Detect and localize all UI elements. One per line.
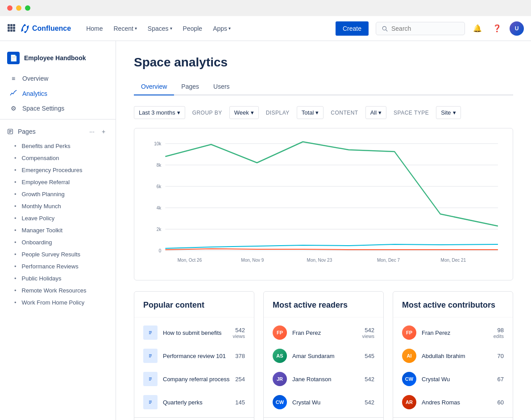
svg-rect-5 (13, 27, 15, 29)
sidebar-page-item[interactable]: Compensation (0, 152, 116, 164)
tab-users[interactable]: Users (206, 78, 237, 95)
sidebar-page-item[interactable]: Employee Referral (0, 176, 116, 188)
sidebar-page-item[interactable]: Manager Toolkit (0, 224, 116, 236)
main-content: Space analytics Overview Pages Users Las… (116, 41, 531, 420)
content-item-count: 145 (235, 399, 245, 406)
pages-menu-button[interactable]: ··· (87, 127, 97, 136)
sidebar-page-item[interactable]: People Survey Results (0, 248, 116, 260)
pages-header[interactable]: Pages ··· + (0, 123, 116, 140)
active-readers-view-all[interactable]: View all (264, 417, 383, 420)
active-contributors-view-all[interactable]: View all (393, 417, 513, 420)
svg-text:0: 0 (159, 248, 162, 254)
svg-text:10k: 10k (154, 141, 162, 147)
contributor-avatar: CW (402, 372, 416, 386)
overview-icon: ≡ (9, 75, 18, 82)
sidebar-page-item[interactable]: Emergency Procedures (0, 164, 116, 176)
space-title: Employee Handbook (24, 54, 86, 62)
sidebar-page-item[interactable]: Growth Planning (0, 188, 116, 200)
popular-content-item[interactable]: Performance review 101 378 (134, 344, 254, 367)
reader-count: 542 (365, 399, 374, 406)
space-header[interactable]: 📄 Employee Handbook (0, 48, 116, 68)
reader-item[interactable]: FP Fran Perez 542 views (264, 321, 383, 344)
sidebar-divider (0, 119, 116, 119)
date-range-filter[interactable]: Last 3 months ▾ (134, 106, 185, 119)
sidebar-page-item[interactable]: Onboarding (0, 236, 116, 248)
sidebar-page-item[interactable]: Public Holidays (0, 272, 116, 284)
sidebar-analytics[interactable]: Analytics (2, 86, 114, 101)
reader-item[interactable]: AS Amar Sundaram 545 (264, 344, 383, 367)
svg-text:Mon, Nov 23: Mon, Nov 23 (307, 257, 332, 263)
reader-name: Fran Perez (292, 329, 357, 336)
contributor-item[interactable]: AR Andres Romas 60 (393, 391, 513, 414)
grid-icon[interactable] (7, 24, 15, 33)
svg-line-10 (386, 29, 387, 31)
create-button[interactable]: Create (336, 21, 369, 36)
popular-content-item[interactable]: Quarterly perks 145 (134, 391, 254, 414)
contributor-name: Crystal Wu (422, 376, 492, 383)
title-bar (0, 0, 531, 16)
reader-name: Crystal Wu (292, 399, 359, 406)
popular-content-card: Popular content How to submit benefits 5… (134, 291, 254, 420)
top-nav: Confluence Home Recent ▾ Spaces ▾ People… (0, 16, 531, 41)
page-icon (143, 395, 158, 409)
popular-content-view-all[interactable]: View all (134, 417, 254, 420)
cards-row: Popular content How to submit benefits 5… (134, 291, 513, 420)
reader-count: 542 views (362, 327, 374, 339)
sidebar-page-item[interactable]: Performance Reviews (0, 260, 116, 272)
chart-container: 10k 8k 6k 4k 2k 0 Mon, Oct 26 Mon, Nov 9… (134, 128, 513, 280)
sidebar-page-item[interactable]: Leave Policy (0, 212, 116, 224)
minimize-btn[interactable] (16, 5, 21, 11)
pages-add-button[interactable]: + (99, 127, 108, 136)
logo[interactable]: Confluence (21, 24, 71, 33)
help-button[interactable]: ❓ (490, 21, 504, 36)
svg-text:Mon, Oct 26: Mon, Oct 26 (178, 257, 202, 263)
filter-bar: Last 3 months ▾ GROUP BY Week ▾ DISPLAY … (134, 106, 513, 119)
close-btn[interactable] (7, 5, 12, 11)
group-by-filter[interactable]: Week ▾ (229, 106, 259, 119)
reader-item[interactable]: CW Crystal Wu 542 (264, 391, 383, 414)
active-contributors-card: Most active contributors FP Fran Perez 9… (393, 291, 513, 420)
search-box[interactable] (376, 22, 465, 35)
nav-home[interactable]: Home (82, 21, 107, 36)
sidebar-page-item[interactable]: Remote Work Resources (0, 284, 116, 296)
display-label: DISPLAY (266, 110, 290, 116)
space-type-filter[interactable]: Site ▾ (436, 106, 460, 119)
svg-text:Mon, Dec 21: Mon, Dec 21 (441, 257, 466, 263)
tab-pages[interactable]: Pages (174, 78, 206, 95)
tab-bar: Overview Pages Users (134, 78, 513, 95)
contributor-item[interactable]: FP Fran Perez 98 edits (393, 321, 513, 344)
popular-content-item[interactable]: Company referral process 254 (134, 367, 254, 391)
nav-apps[interactable]: Apps ▾ (208, 21, 235, 36)
nav-people[interactable]: People (178, 21, 207, 36)
contributor-count: 70 (498, 353, 504, 359)
display-filter[interactable]: Total ▾ (297, 106, 324, 119)
active-readers-card: Most active readers FP Fran Perez 542 vi… (263, 291, 384, 420)
notifications-button[interactable]: 🔔 (470, 21, 485, 36)
sidebar-page-item[interactable]: Monthly Munch (0, 200, 116, 212)
user-avatar[interactable]: U (510, 21, 524, 36)
contributor-avatar: AR (402, 395, 416, 409)
nav-spaces[interactable]: Spaces ▾ (143, 21, 177, 36)
contributor-item[interactable]: AI Abdullah Ibrahim 70 (393, 344, 513, 367)
content-label: CONTENT (331, 110, 358, 116)
sidebar-page-item[interactable]: Work From Home Policy (0, 296, 116, 309)
contributor-avatar: FP (402, 325, 416, 340)
contributor-item[interactable]: CW Crystal Wu 67 (393, 367, 513, 391)
page-icon (143, 349, 158, 363)
sidebar-overview[interactable]: ≡ Overview (2, 71, 114, 86)
tab-overview[interactable]: Overview (134, 78, 174, 95)
reader-avatar: JR (273, 372, 287, 386)
search-input[interactable] (391, 25, 454, 32)
main-layout: 📄 Employee Handbook ≡ Overview Analytics… (0, 41, 531, 420)
svg-text:6k: 6k (157, 184, 162, 189)
content-item-count: 254 (235, 376, 245, 383)
active-contributors-title: Most active contributors (393, 292, 513, 317)
nav-recent[interactable]: Recent ▾ (109, 21, 141, 36)
content-filter[interactable]: All ▾ (365, 106, 386, 119)
sidebar-page-item[interactable]: Benefits and Perks (0, 140, 116, 152)
content-item-count: 542 views (232, 327, 245, 339)
maximize-btn[interactable] (25, 5, 30, 11)
popular-content-item[interactable]: How to submit benefits 542 views (134, 321, 254, 344)
reader-item[interactable]: JR Jane Rotanson 542 (264, 367, 383, 391)
sidebar-settings[interactable]: ⚙ Space Settings (2, 101, 114, 115)
